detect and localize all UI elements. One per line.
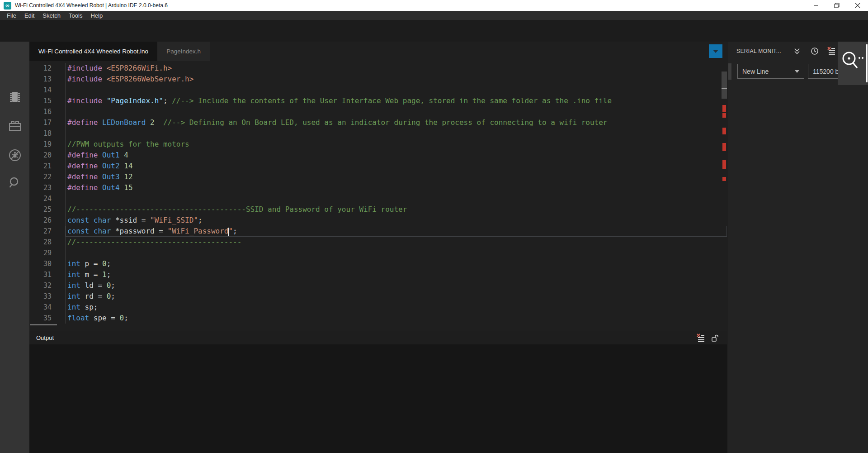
scrollbar-thumb[interactable] — [722, 72, 727, 99]
chevron-down-icon — [713, 50, 718, 53]
menu-tools[interactable]: Tools — [65, 12, 86, 19]
code-line-15[interactable]: 15#include "PageIndex.h"; //--> Include … — [29, 95, 727, 106]
line-text: #define Out4 15 — [65, 182, 727, 193]
sidebar-item-boards-manager[interactable] — [8, 90, 22, 104]
line-number: 19 — [29, 139, 52, 150]
menu-sketch[interactable]: Sketch — [38, 12, 65, 19]
title-bar: ∞ Wi-Fi Controlled 4X4 Wheeled Robot | A… — [0, 0, 868, 11]
overview-ruler[interactable] — [722, 61, 727, 331]
code-line-28[interactable]: 28//------------------------------------… — [29, 237, 727, 248]
magnifier-overlay[interactable] — [838, 42, 868, 85]
code-line-35[interactable]: 35float spe = 0; — [29, 313, 727, 324]
output-panel: Output — [29, 331, 727, 453]
line-number: 21 — [29, 161, 52, 172]
code-line-25[interactable]: 25//------------------------------------… — [29, 204, 727, 215]
code-editor[interactable]: 12#include <ESP8266WiFi.h>13#include <ES… — [29, 61, 727, 331]
baud-rate-value: 115200 b — [813, 68, 839, 75]
editor-actions-button[interactable] — [709, 44, 722, 58]
line-text: #define Out2 14 — [65, 161, 727, 172]
tab-0[interactable]: Wi-Fi Controlled 4X4 Wheeled Robot.ino — [29, 42, 157, 61]
window-title: Wi-Fi Controlled 4X4 Wheeled Robot | Ard… — [15, 2, 168, 9]
code-line-19[interactable]: 19//PWM outputs for the motors — [29, 139, 727, 150]
sidebar-item-library-manager[interactable] — [8, 119, 22, 133]
scroll-lock-button[interactable] — [709, 333, 720, 343]
code-line-14[interactable]: 14 — [29, 85, 727, 95]
line-text: #define Out3 12 — [65, 172, 727, 182]
code-line-13[interactable]: 13#include <ESP8266WebServer.h> — [29, 74, 727, 85]
code-line-32[interactable]: 32int ld = 0; — [29, 280, 727, 291]
timestamp-toggle-button[interactable] — [810, 46, 820, 56]
sidebar-item-search[interactable] — [8, 176, 22, 190]
line-text: int sp; — [65, 302, 727, 313]
line-number: 34 — [29, 302, 52, 313]
clear-serial-button[interactable] — [826, 46, 836, 56]
line-number: 24 — [29, 193, 52, 204]
clear-output-button[interactable] — [695, 333, 706, 343]
close-icon — [855, 3, 860, 8]
code-line-16[interactable]: 16 — [29, 106, 727, 117]
minimize-icon — [813, 3, 819, 8]
error-marker — [722, 128, 726, 134]
output-title: Output — [36, 334, 695, 341]
toolbar: ⚠ Generic ESP8266 Module ... — [0, 20, 868, 42]
close-button[interactable] — [847, 0, 868, 11]
serial-monitor-title: SERIAL MONIT... — [736, 48, 781, 54]
line-number: 23 — [29, 182, 52, 193]
minimize-button[interactable] — [806, 0, 826, 11]
horizontal-scrollbar-thumb[interactable] — [30, 324, 57, 325]
menu-edit[interactable]: Edit — [20, 12, 38, 19]
code-line-31[interactable]: 31int m = 1; — [29, 269, 727, 280]
tab-bar: Wi-Fi Controlled 4X4 Wheeled Robot.inoPa… — [29, 42, 727, 61]
line-number: 30 — [29, 258, 52, 269]
line-number: 31 — [29, 269, 52, 280]
line-text: const char *ssid = "WiFi_SSID"; — [65, 215, 727, 226]
menu-bar: FileEditSketchToolsHelp — [0, 11, 868, 20]
line-text: float spe = 0; — [65, 313, 727, 324]
collapse-panel-button[interactable] — [792, 46, 802, 56]
line-text — [65, 248, 727, 258]
output-content[interactable] — [29, 344, 727, 453]
code-line-12[interactable]: 12#include <ESP8266WiFi.h> — [29, 63, 727, 74]
menu-file[interactable]: File — [3, 12, 20, 19]
arduino-logo-icon: ∞ — [4, 2, 11, 10]
line-number: 22 — [29, 172, 52, 182]
code-line-23[interactable]: 23#define Out4 15 — [29, 182, 727, 193]
line-number: 29 — [29, 248, 52, 258]
menu-help[interactable]: Help — [86, 12, 107, 19]
line-text — [65, 193, 727, 204]
scroll-position-indicator — [722, 88, 727, 89]
code-line-34[interactable]: 34int sp; — [29, 302, 727, 313]
chip-icon — [9, 90, 21, 104]
restore-icon — [834, 3, 840, 8]
code-line-18[interactable]: 18 — [29, 128, 727, 139]
code-line-27[interactable]: 27const char *password = "WiFi_Password"… — [29, 226, 727, 237]
line-number: 13 — [29, 74, 52, 85]
line-text: //--------------------------------------… — [65, 204, 727, 215]
tabs: Wi-Fi Controlled 4X4 Wheeled Robot.inoPa… — [29, 42, 727, 61]
code-line-20[interactable]: 20#define Out1 4 — [29, 150, 727, 161]
line-number: 15 — [29, 95, 52, 106]
line-ending-select[interactable]: New Line — [737, 64, 804, 79]
sidebar-item-debug[interactable] — [8, 148, 22, 162]
line-text — [65, 128, 727, 139]
magnifier-icon — [838, 48, 865, 79]
code-line-24[interactable]: 24 — [29, 193, 727, 204]
code-line-22[interactable]: 22#define Out3 12 — [29, 172, 727, 182]
line-text: #define Out1 4 — [65, 150, 727, 161]
line-text: int ld = 0; — [65, 280, 727, 291]
panel-scrollbar[interactable] — [728, 63, 731, 80]
error-marker — [722, 113, 726, 118]
code-line-33[interactable]: 33int rd = 0; — [29, 291, 727, 302]
tab-1[interactable]: PageIndex.h — [157, 42, 210, 61]
code-line-26[interactable]: 26const char *ssid = "WiFi_SSID"; — [29, 215, 727, 226]
code-line-30[interactable]: 30int p = 0; — [29, 258, 727, 269]
line-number: 33 — [29, 291, 52, 302]
line-text — [65, 106, 727, 117]
code-line-17[interactable]: 17#define LEDonBoard 2 //--> Defining an… — [29, 117, 727, 128]
code-line-29[interactable]: 29 — [29, 248, 727, 258]
restore-button[interactable] — [826, 0, 847, 11]
error-marker — [722, 143, 726, 151]
line-number: 35 — [29, 313, 52, 324]
code-line-21[interactable]: 21#define Out2 14 — [29, 161, 727, 172]
line-text: #include <ESP8266WiFi.h> — [65, 63, 727, 74]
